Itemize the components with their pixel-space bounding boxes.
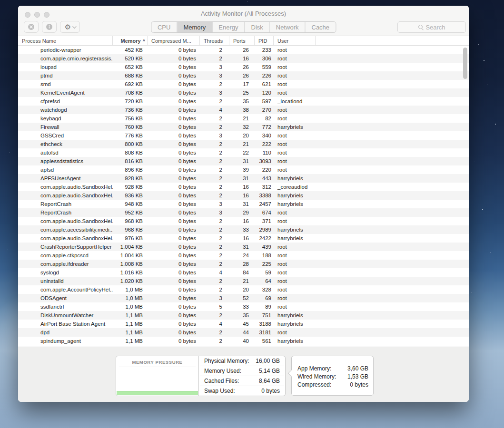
table-row[interactable]: syslogd1.016 KB0 bytes48459root: [18, 268, 469, 277]
table-row[interactable]: watchdogd736 KB0 bytes438270root: [18, 106, 469, 114]
cell-threads: 4: [200, 106, 229, 114]
tab-disk[interactable]: Disk: [245, 22, 270, 32]
column-header-ports[interactable]: Ports: [229, 36, 255, 45]
star-decoration: [493, 333, 493, 333]
cell-ports: 26: [229, 46, 255, 54]
tab-memory[interactable]: Memory: [177, 22, 212, 32]
cell-compressed: 0 bytes: [148, 123, 200, 131]
table-row[interactable]: Firewall760 KB0 bytes232772harrybriels: [18, 123, 469, 131]
cell-pid: 439: [255, 243, 274, 251]
table-row[interactable]: autofsd808 KB0 bytes222110root: [18, 148, 469, 157]
table-row[interactable]: cfprefsd720 KB0 bytes235597_locationd: [18, 97, 469, 106]
cell-ports: 28: [229, 260, 255, 268]
table-row[interactable]: com.apple.audio.SandboxHel...976 KB0 byt…: [18, 234, 469, 243]
cell-filler: [316, 140, 469, 148]
cell-threads: 2: [200, 157, 229, 165]
cell-threads: 2: [200, 148, 229, 157]
table-row[interactable]: GSSCred776 KB0 bytes320340root: [18, 131, 469, 140]
table-row[interactable]: com.apple.ctkpcscd1.004 KB0 bytes224188r…: [18, 251, 469, 260]
table-row[interactable]: periodic-wrapper452 KB0 bytes226233root: [18, 46, 469, 54]
breakdown-row: Compressed:0 bytes: [297, 380, 368, 389]
cell-pid: 69: [255, 294, 274, 302]
column-header-memory[interactable]: Memory^: [113, 36, 148, 45]
table-row[interactable]: DiskUnmountWatcher1,1 MB0 bytes235751har…: [18, 311, 469, 320]
cell-user: root: [274, 71, 316, 80]
quit-process-button[interactable]: [24, 21, 39, 33]
info-circle-icon: [46, 23, 53, 30]
cell-compressed: 0 bytes: [148, 157, 200, 165]
table-row[interactable]: applessdstatistics816 KB0 bytes2313093ro…: [18, 157, 469, 165]
cell-ports: 32: [229, 123, 255, 131]
stat-value: 0 bytes: [261, 388, 280, 394]
tab-network[interactable]: Network: [270, 22, 306, 32]
cell-ports: 22: [229, 148, 255, 157]
cell-threads: 2: [200, 234, 229, 243]
table-row[interactable]: AirPort Base Station Agent1,1 MB0 bytes4…: [18, 320, 469, 328]
cell-pid: 2457: [255, 200, 274, 208]
tab-cache[interactable]: Cache: [306, 22, 336, 32]
cell-compressed: 0 bytes: [148, 277, 200, 285]
table-row[interactable]: dpd1,1 MB0 bytes2443181root: [18, 328, 469, 337]
table-row[interactable]: spindump_agent1,1 MB0 bytes240561harrybr…: [18, 337, 469, 345]
table-row[interactable]: ODSAgent1,0 MB0 bytes35269root: [18, 294, 469, 302]
table-row[interactable]: keybagd756 KB0 bytes22182root: [18, 114, 469, 123]
cell-filler: [316, 328, 469, 337]
table-row[interactable]: com.apple.cmio.registerassis...520 KB0 b…: [18, 54, 469, 63]
cell-compressed: 0 bytes: [148, 148, 200, 157]
inspect-process-button[interactable]: [42, 21, 57, 33]
cell-name: keybagd: [18, 114, 113, 123]
table-row[interactable]: APFSUserAgent928 KB0 bytes231443harrybri…: [18, 174, 469, 183]
column-header-compressed[interactable]: Compressed M...: [148, 36, 200, 45]
table-row[interactable]: KernelEventAgent708 KB0 bytes325120root: [18, 88, 469, 97]
table-row[interactable]: smd692 KB0 bytes217621root: [18, 80, 469, 88]
cell-pid: 220: [255, 165, 274, 174]
table-row[interactable]: ioupsd652 KB0 bytes326559root: [18, 63, 469, 71]
table-row[interactable]: com.apple.audio.SandboxHel...928 KB0 byt…: [18, 183, 469, 191]
table-row[interactable]: uninstalld1.020 KB0 bytes22164root: [18, 277, 469, 285]
cell-memory: 1,0 MB: [113, 302, 148, 311]
column-header-user[interactable]: User: [274, 36, 316, 45]
table-body: periodic-wrapper452 KB0 bytes226233rootc…: [18, 46, 469, 345]
table-row[interactable]: ReportCrash952 KB0 bytes329674root: [18, 208, 469, 217]
cell-name: com.apple.accessibility.medi...: [18, 225, 113, 234]
sort-ascending-icon: ^: [143, 39, 145, 43]
table-row[interactable]: ptmd688 KB0 bytes326226root: [18, 71, 469, 80]
memory-pressure-title: MEMORY PRESSURE: [116, 360, 198, 365]
cell-name: syslogd: [18, 268, 113, 277]
table-row[interactable]: ReportCrash948 KB0 bytes3312457harrybrie…: [18, 200, 469, 208]
chevron-down-icon: [72, 24, 76, 28]
table-row[interactable]: ssdfanctrl1,0 MB0 bytes53389root: [18, 302, 469, 311]
cell-name: ssdfanctrl: [18, 302, 113, 311]
tab-energy[interactable]: Energy: [212, 22, 245, 32]
cell-name: ReportCrash: [18, 200, 113, 208]
search-field[interactable]: Search: [397, 21, 466, 33]
cell-threads: 2: [200, 97, 229, 106]
window-title: Activity Monitor (All Processes): [18, 10, 469, 17]
cell-user: root: [274, 106, 316, 114]
actions-menu-button[interactable]: ⚙: [60, 21, 80, 33]
table-row[interactable]: ethcheck800 KB0 bytes221222root: [18, 140, 469, 148]
column-header-pid[interactable]: PID: [255, 36, 274, 45]
table-row[interactable]: com.apple.audio.SandboxHel...968 KB0 byt…: [18, 217, 469, 225]
star-decoration: [478, 44, 479, 45]
star-decoration: [499, 29, 499, 29]
cell-memory: 968 KB: [113, 225, 148, 234]
tab-cpu[interactable]: CPU: [151, 22, 177, 32]
cell-filler: [316, 200, 469, 208]
vertical-scrollbar-thumb[interactable]: [463, 48, 467, 79]
table-row[interactable]: com.apple.audio.SandboxHel...936 KB0 byt…: [18, 191, 469, 200]
column-header-threads[interactable]: Threads: [200, 36, 229, 45]
star-decoration: [495, 124, 496, 125]
table-row[interactable]: com.apple.AccountPolicyHel...1,0 MB0 byt…: [18, 285, 469, 294]
table-row[interactable]: com.apple.accessibility.medi...968 KB0 b…: [18, 225, 469, 234]
cell-pid: 674: [255, 208, 274, 217]
memory-stats-list: Physical Memory:16,00 GBMemory Used:5,14…: [199, 356, 285, 396]
cell-pid: 222: [255, 140, 274, 148]
cell-memory: 720 KB: [113, 97, 148, 106]
table-row[interactable]: com.apple.ifdreader1.008 KB0 bytes228225…: [18, 260, 469, 268]
table-row[interactable]: apfsd896 KB0 bytes239220root: [18, 165, 469, 174]
table-row[interactable]: CrashReporterSupportHelper1.004 KB0 byte…: [18, 243, 469, 251]
column-header-name[interactable]: Process Name: [18, 36, 113, 45]
cell-memory: 800 KB: [113, 140, 148, 148]
cell-memory: 816 KB: [113, 157, 148, 165]
